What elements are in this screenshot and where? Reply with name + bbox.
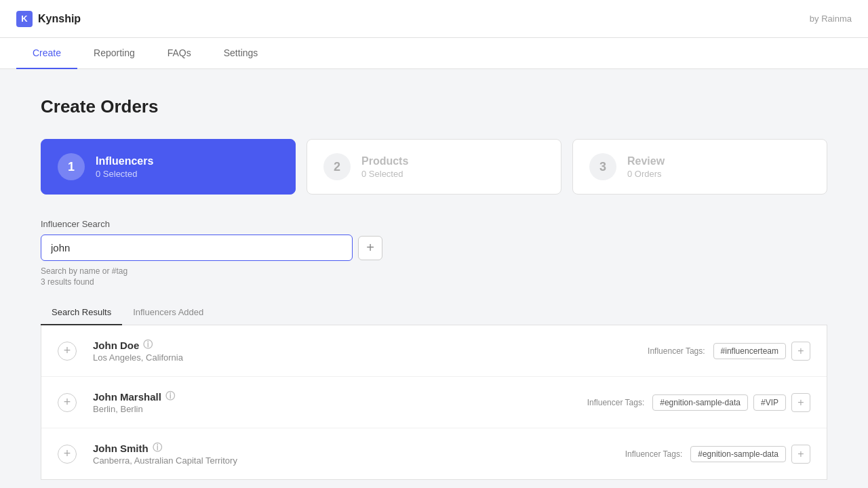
tag-add-button-2[interactable]: +: [791, 445, 810, 464]
nav-tabs: Create Reporting FAQs Settings: [0, 38, 868, 69]
step-3-number: 3: [589, 153, 616, 180]
top-bar: K Kynship by Rainma: [0, 0, 868, 38]
step-3-card[interactable]: 3 Review 0 Orders: [572, 139, 827, 195]
info-icon-0[interactable]: ⓘ: [143, 339, 153, 351]
table-row: + John Doe ⓘ Los Angeles, California Inf…: [41, 325, 827, 377]
info-icon-1[interactable]: ⓘ: [165, 390, 175, 403]
search-input[interactable]: [41, 235, 353, 261]
search-row: +: [41, 235, 827, 261]
influencer-name-0: John Doe ⓘ: [93, 339, 631, 351]
add-influencer-button-1[interactable]: +: [58, 393, 77, 412]
tag-badge-1-0: #egnition-sample-data: [652, 394, 748, 411]
by-text: by Rainma: [810, 14, 852, 24]
step-3-info: Review 0 Orders: [627, 155, 665, 179]
tags-section-2: Influencer Tags: #egnition-sample-data +: [625, 445, 810, 464]
tab-influencers-added[interactable]: Influencers Added: [122, 300, 214, 325]
influencer-list: + John Doe ⓘ Los Angeles, California Inf…: [41, 325, 827, 480]
tab-create[interactable]: Create: [16, 38, 77, 69]
step-3-label: Review: [627, 155, 665, 167]
search-label: Influencer Search: [41, 219, 827, 229]
steps-row: 1 Influencers 0 Selected 2 Products 0 Se…: [41, 139, 827, 195]
influencer-name-1: John Marshall ⓘ: [93, 390, 571, 403]
tag-badge-0-0: #influencerteam: [713, 343, 786, 359]
influencer-info-0: John Doe ⓘ Los Angeles, California: [93, 339, 631, 363]
tag-add-button-1[interactable]: +: [791, 393, 810, 412]
results-count: 3 results found: [41, 277, 827, 287]
search-section: Influencer Search + Search by name or #t…: [41, 219, 827, 287]
step-1-number: 1: [58, 153, 85, 180]
step-2-card[interactable]: 2 Products 0 Selected: [307, 139, 561, 195]
step-1-sub: 0 Selected: [96, 169, 153, 179]
tags-label-1: Influencer Tags:: [587, 398, 645, 407]
tab-settings[interactable]: Settings: [208, 38, 275, 69]
search-add-button[interactable]: +: [358, 236, 382, 260]
info-icon-2[interactable]: ⓘ: [153, 442, 162, 454]
step-1-info: Influencers 0 Selected: [96, 155, 153, 179]
influencer-name-2: John Smith ⓘ: [93, 442, 609, 454]
logo-icon: K: [16, 11, 33, 27]
logo-area: K Kynship: [16, 11, 81, 27]
table-row: + John Smith ⓘ Canberra, Australian Capi…: [41, 428, 827, 479]
tags-section-1: Influencer Tags: #egnition-sample-data #…: [587, 393, 810, 412]
influencer-info-1: John Marshall ⓘ Berlin, Berlin: [93, 390, 571, 414]
table-row: + John Marshall ⓘ Berlin, Berlin Influen…: [41, 377, 827, 428]
add-influencer-button-0[interactable]: +: [58, 342, 77, 361]
tags-label-0: Influencer Tags:: [648, 346, 705, 356]
influencer-info-2: John Smith ⓘ Canberra, Australian Capita…: [93, 442, 609, 466]
step-2-number: 2: [323, 153, 351, 180]
search-hint: Search by name or #tag: [41, 266, 827, 276]
tab-faqs[interactable]: FAQs: [151, 38, 208, 69]
tag-add-button-0[interactable]: +: [791, 342, 810, 361]
tab-reporting[interactable]: Reporting: [77, 38, 151, 69]
add-influencer-button-2[interactable]: +: [58, 445, 77, 464]
tag-badge-1-1: #VIP: [753, 394, 786, 411]
main-content: Create Orders 1 Influencers 0 Selected 2…: [0, 69, 868, 488]
tags-section-0: Influencer Tags: #influencerteam +: [648, 342, 810, 361]
step-1-label: Influencers: [96, 155, 153, 167]
influencer-location-1: Berlin, Berlin: [93, 404, 571, 414]
step-3-sub: 0 Orders: [627, 169, 665, 179]
results-tabs: Search Results Influencers Added: [41, 300, 827, 325]
page-title: Create Orders: [41, 96, 827, 117]
tags-label-2: Influencer Tags:: [625, 449, 683, 459]
tab-search-results[interactable]: Search Results: [41, 300, 122, 325]
app-name: Kynship: [38, 13, 81, 25]
step-2-info: Products 0 Selected: [361, 155, 408, 179]
step-1-card[interactable]: 1 Influencers 0 Selected: [41, 139, 296, 195]
step-2-label: Products: [361, 155, 408, 167]
tag-badge-2-0: #egnition-sample-data: [690, 446, 786, 462]
influencer-location-0: Los Angeles, California: [93, 352, 631, 363]
step-2-sub: 0 Selected: [361, 169, 408, 179]
influencer-location-2: Canberra, Australian Capital Territory: [93, 455, 609, 466]
